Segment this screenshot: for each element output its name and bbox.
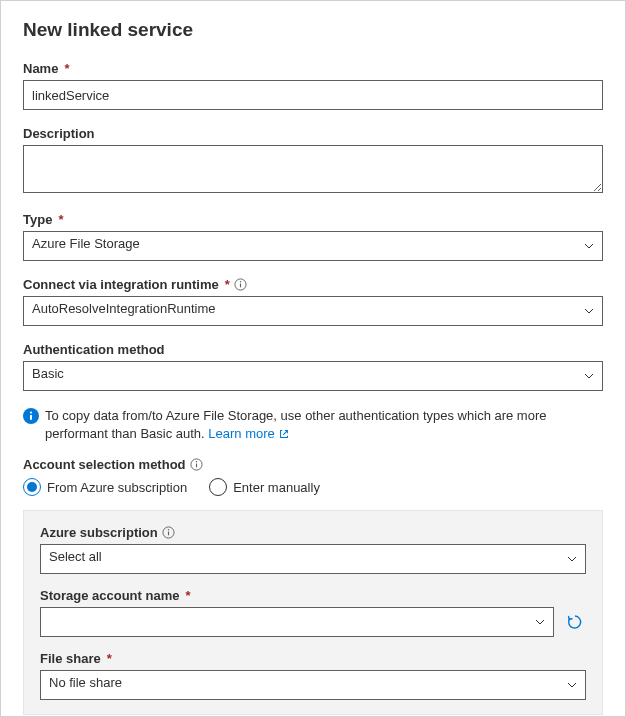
azure-subscription-subpanel: Azure subscription Select all Storage ac…	[23, 510, 603, 715]
learn-more-link[interactable]: Learn more	[208, 425, 289, 443]
required-indicator: *	[64, 61, 69, 76]
storage-account-label-text: Storage account name	[40, 588, 179, 603]
svg-point-7	[195, 461, 196, 462]
runtime-label: Connect via integration runtime *	[23, 277, 603, 292]
page-title: New linked service	[23, 19, 603, 41]
account-selection-label-text: Account selection method	[23, 457, 186, 472]
info-filled-icon	[23, 408, 39, 424]
svg-rect-11	[168, 532, 169, 536]
radio-from-subscription-label: From Azure subscription	[47, 480, 187, 495]
auth-select[interactable]: Basic	[23, 361, 603, 391]
runtime-label-text: Connect via integration runtime	[23, 277, 219, 292]
radio-enter-manually[interactable]: Enter manually	[209, 478, 320, 496]
auth-field: Authentication method Basic	[23, 342, 603, 391]
type-label: Type *	[23, 212, 603, 227]
runtime-select[interactable]: AutoResolveIntegrationRuntime	[23, 296, 603, 326]
required-indicator: *	[107, 651, 112, 666]
learn-more-text: Learn more	[208, 425, 274, 443]
subscription-label-text: Azure subscription	[40, 525, 158, 540]
file-share-select[interactable]: No file share	[40, 670, 586, 700]
required-indicator: *	[225, 277, 230, 292]
file-share-label-text: File share	[40, 651, 101, 666]
info-icon[interactable]	[162, 526, 175, 539]
type-label-text: Type	[23, 212, 52, 227]
refresh-icon	[566, 613, 584, 631]
required-indicator: *	[185, 588, 190, 603]
storage-account-field: Storage account name *	[40, 588, 586, 637]
info-icon[interactable]	[234, 278, 247, 291]
storage-account-label: Storage account name *	[40, 588, 586, 603]
info-banner-message: To copy data from/to Azure File Storage,…	[45, 408, 547, 441]
radio-icon-checked	[23, 478, 41, 496]
file-share-label: File share *	[40, 651, 586, 666]
description-field: Description	[23, 126, 603, 196]
description-label: Description	[23, 126, 603, 141]
runtime-field: Connect via integration runtime * AutoRe…	[23, 277, 603, 326]
name-field: Name *	[23, 61, 603, 110]
svg-point-1	[240, 281, 241, 282]
external-link-icon	[278, 428, 290, 440]
info-banner-text: To copy data from/to Azure File Storage,…	[45, 407, 603, 443]
account-selection-label: Account selection method	[23, 457, 603, 472]
name-label-text: Name	[23, 61, 58, 76]
radio-from-subscription[interactable]: From Azure subscription	[23, 478, 187, 496]
svg-point-4	[30, 411, 32, 413]
info-banner: To copy data from/to Azure File Storage,…	[23, 407, 603, 443]
description-input[interactable]	[23, 145, 603, 193]
name-input[interactable]	[23, 80, 603, 110]
svg-rect-2	[240, 284, 241, 288]
type-field: Type * Azure File Storage	[23, 212, 603, 261]
type-select[interactable]: Azure File Storage	[23, 231, 603, 261]
svg-rect-8	[195, 464, 196, 468]
required-indicator: *	[58, 212, 63, 227]
subscription-label: Azure subscription	[40, 525, 586, 540]
svg-point-10	[168, 529, 169, 530]
info-icon[interactable]	[190, 458, 203, 471]
account-selection-radio-group: From Azure subscription Enter manually	[23, 478, 603, 496]
file-share-field: File share * No file share	[40, 651, 586, 700]
new-linked-service-panel: New linked service Name * Description Ty…	[0, 0, 626, 717]
radio-enter-manually-label: Enter manually	[233, 480, 320, 495]
name-label: Name *	[23, 61, 603, 76]
refresh-button[interactable]	[564, 611, 586, 633]
storage-account-select[interactable]	[40, 607, 554, 637]
auth-label: Authentication method	[23, 342, 603, 357]
radio-icon-unchecked	[209, 478, 227, 496]
subscription-field: Azure subscription Select all	[40, 525, 586, 574]
svg-rect-5	[30, 415, 32, 420]
subscription-select[interactable]: Select all	[40, 544, 586, 574]
